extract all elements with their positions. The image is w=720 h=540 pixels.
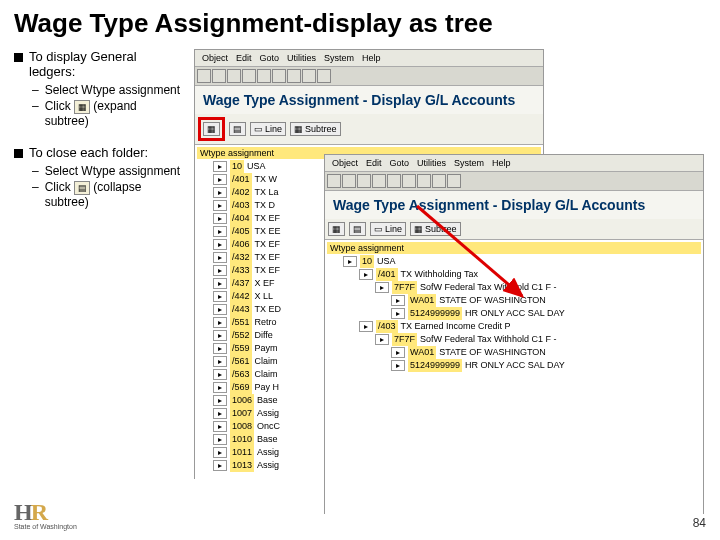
- line-button[interactable]: ▭ Line: [250, 122, 286, 136]
- tree-node[interactable]: ▸WA01STATE OF WASHINGTON: [327, 294, 701, 307]
- folder-icon: ▸: [391, 347, 405, 358]
- folder-icon: ▸: [213, 187, 227, 198]
- folder-icon: ▸: [213, 252, 227, 263]
- sub-bullet: –Click ▦ (expand subtree): [32, 99, 184, 128]
- window-title: Wage Type Assignment - Display G/L Accou…: [195, 86, 543, 114]
- folder-icon: ▸: [213, 460, 227, 471]
- line-button[interactable]: ▭ Line: [370, 222, 406, 236]
- slide-title: Wage Type Assignment-display as tree: [14, 8, 706, 39]
- menu-item[interactable]: Utilities: [414, 157, 449, 169]
- folder-icon: ▸: [213, 265, 227, 276]
- menu-item[interactable]: Goto: [387, 157, 413, 169]
- bullet-square-icon: [14, 149, 23, 158]
- folder-icon: ▸: [375, 282, 389, 293]
- folder-icon: ▸: [213, 330, 227, 341]
- folder-icon: ▸: [213, 421, 227, 432]
- tree-node[interactable]: ▸7F7FSofW Federal Tax Withhold C1 F -: [327, 281, 701, 294]
- menu-item[interactable]: Object: [329, 157, 361, 169]
- expand-subtree-highlight: ▦: [198, 117, 225, 141]
- folder-icon: ▸: [359, 269, 373, 280]
- expand-subtree-button[interactable]: ▦: [203, 122, 220, 136]
- subtree-button[interactable]: ▦ Subtree: [410, 222, 461, 236]
- menu-item[interactable]: System: [321, 52, 357, 64]
- page-number: 84: [693, 516, 706, 530]
- hr-logo: HR State of Washington: [14, 499, 77, 530]
- subtree-button[interactable]: ▦ Subtree: [290, 122, 341, 136]
- collapse-subtree-button[interactable]: ▤: [229, 122, 246, 136]
- window-title: Wage Type Assignment - Display G/L Accou…: [325, 191, 703, 219]
- sub-bullet: –Select Wtype assignment: [32, 83, 184, 97]
- menu-item[interactable]: Help: [489, 157, 514, 169]
- bullet-text: To close each folder:: [29, 145, 184, 160]
- expand-subtree-button[interactable]: ▦: [328, 222, 345, 236]
- icon-toolbar: [195, 67, 543, 86]
- menubar: ObjectEditGotoUtilitiesSystemHelp: [195, 50, 543, 67]
- folder-icon: ▸: [213, 200, 227, 211]
- menu-item[interactable]: Utilities: [284, 52, 319, 64]
- bullet-square-icon: [14, 53, 23, 62]
- sub-bullet: –Click ▤ (collapse subtree): [32, 180, 184, 209]
- folder-icon: ▸: [343, 256, 357, 267]
- folder-icon: ▸: [391, 308, 405, 319]
- tree-action-icon: ▤: [74, 181, 90, 195]
- folder-icon: ▸: [359, 321, 373, 332]
- menu-item[interactable]: Help: [359, 52, 384, 64]
- tree-node[interactable]: ▸5124999999HR ONLY ACC SAL DAY: [327, 307, 701, 320]
- folder-icon: ▸: [213, 356, 227, 367]
- folder-icon: ▸: [213, 434, 227, 445]
- menu-item[interactable]: Edit: [233, 52, 255, 64]
- sap-window-2: ObjectEditGotoUtilitiesSystemHelp Wage T…: [324, 154, 704, 514]
- folder-icon: ▸: [213, 213, 227, 224]
- tree-node[interactable]: ▸5124999999HR ONLY ACC SAL DAY: [327, 359, 701, 372]
- folder-icon: ▸: [213, 395, 227, 406]
- folder-icon: ▸: [213, 447, 227, 458]
- tree-node[interactable]: ▸/401TX Withholding Tax: [327, 268, 701, 281]
- menubar: ObjectEditGotoUtilitiesSystemHelp: [325, 155, 703, 172]
- folder-icon: ▸: [213, 291, 227, 302]
- folder-icon: ▸: [213, 161, 227, 172]
- tree-node[interactable]: ▸7F7FSofW Federal Tax Withhold C1 F -: [327, 333, 701, 346]
- folder-icon: ▸: [213, 343, 227, 354]
- folder-icon: ▸: [391, 360, 405, 371]
- tree-area-2: Wtype assignment ▸10USA▸/401TX Withholdi…: [325, 240, 703, 540]
- tree-root-node[interactable]: Wtype assignment: [327, 242, 701, 254]
- tree-node[interactable]: ▸/403TX Earned Income Credit P: [327, 320, 701, 333]
- menu-item[interactable]: Object: [199, 52, 231, 64]
- menu-item[interactable]: System: [451, 157, 487, 169]
- folder-icon: ▸: [213, 304, 227, 315]
- icon-toolbar: [325, 172, 703, 191]
- folder-icon: ▸: [391, 295, 405, 306]
- bullet-column: To display General ledgers:–Select Wtype…: [14, 49, 184, 226]
- folder-icon: ▸: [213, 174, 227, 185]
- folder-icon: ▸: [213, 239, 227, 250]
- toolbar-icon[interactable]: [197, 69, 211, 83]
- folder-icon: ▸: [213, 317, 227, 328]
- folder-icon: ▸: [375, 334, 389, 345]
- folder-icon: ▸: [213, 382, 227, 393]
- folder-icon: ▸: [213, 278, 227, 289]
- folder-icon: ▸: [213, 408, 227, 419]
- collapse-subtree-button[interactable]: ▤: [349, 222, 366, 236]
- folder-icon: ▸: [213, 369, 227, 380]
- sub-bullet: –Select Wtype assignment: [32, 164, 184, 178]
- tree-node[interactable]: ▸WA01STATE OF WASHINGTON: [327, 346, 701, 359]
- tree-action-icon: ▦: [74, 100, 90, 114]
- menu-item[interactable]: Edit: [363, 157, 385, 169]
- bullet-text: To display General ledgers:: [29, 49, 184, 79]
- menu-item[interactable]: Goto: [257, 52, 283, 64]
- folder-icon: ▸: [213, 226, 227, 237]
- tree-node[interactable]: ▸10USA: [327, 255, 701, 268]
